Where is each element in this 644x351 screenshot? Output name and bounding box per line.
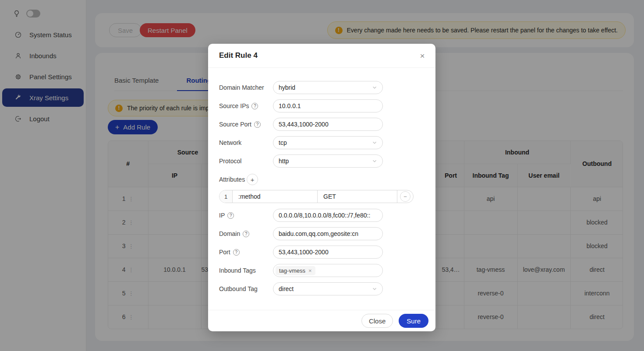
field-label: Source Port [219,121,251,128]
protocol-select[interactable]: http [273,154,383,168]
sure-button[interactable]: Sure [399,314,428,328]
field-outbound-tag: Outbound Tag direct [219,282,425,295]
field-domain: Domain? [219,227,425,240]
close-icon[interactable]: × [416,50,428,62]
network-value: tcp [279,139,287,146]
question-circle-icon[interactable]: ? [227,212,234,219]
attribute-name-input[interactable] [233,190,317,203]
network-select[interactable]: tcp [273,136,383,149]
field-label: Inbound Tags [219,267,273,274]
edit-rule-modal: Edit Rule 4 × Domain Matcher hybrid Sour… [208,44,435,331]
field-label: Port [219,249,230,256]
modal-title: Edit Rule 4 [219,51,258,60]
field-inbound-tags: Inbound Tags tag-vmess × [219,264,425,277]
remove-attribute-button[interactable]: − [400,191,410,202]
domain-matcher-select[interactable]: hybrid [273,81,383,94]
outbound-tag-value: direct [279,285,294,292]
outbound-tag-select[interactable]: direct [273,282,383,295]
protocol-value: http [279,158,289,165]
field-label: Domain [219,230,240,237]
field-label: IP [219,212,225,219]
tag-chip: tag-vmess × [276,266,315,275]
chevron-down-icon [372,85,377,90]
field-label: Protocol [219,158,273,165]
tag-label: tag-vmess [279,267,305,274]
field-protocol: Protocol http [219,154,425,168]
field-source-ips: Source IPs? [219,99,425,112]
field-label: Source IPs [219,102,249,109]
attribute-value-input[interactable] [318,190,397,203]
question-circle-icon[interactable]: ? [243,231,249,237]
attribute-index: 1 [219,190,233,203]
field-attributes: Attributes + [219,173,425,186]
source-ips-input[interactable] [273,99,383,112]
domain-input[interactable] [273,227,383,240]
question-circle-icon[interactable]: ? [233,249,240,256]
chevron-down-icon [372,286,377,291]
field-label: Outbound Tag [219,285,273,292]
attribute-row: 1 − [219,190,414,203]
modal-header: Edit Rule 4 [208,44,435,68]
chevron-down-icon [372,158,377,164]
field-port: Port? [219,246,425,259]
field-label: Domain Matcher [219,84,273,91]
inbound-tags-select[interactable]: tag-vmess × [273,264,383,277]
field-domain-matcher: Domain Matcher hybrid [219,81,425,94]
ip-input[interactable] [273,209,383,222]
add-attribute-button[interactable]: + [247,174,258,185]
source-port-input[interactable] [273,118,383,131]
port-input[interactable] [273,246,383,259]
question-circle-icon[interactable]: ? [254,121,261,128]
field-source-port: Source Port? [219,118,425,131]
field-label: Attributes [219,176,245,183]
field-ip: IP? [219,209,425,222]
modal-footer: Close Sure [208,310,435,331]
field-label: Network [219,139,273,146]
field-network: Network tcp [219,136,425,149]
close-button[interactable]: Close [361,314,393,328]
chevron-down-icon [372,140,377,145]
question-circle-icon[interactable]: ? [251,103,258,109]
remove-tag-icon[interactable]: × [308,267,312,274]
domain-matcher-value: hybrid [279,84,295,91]
